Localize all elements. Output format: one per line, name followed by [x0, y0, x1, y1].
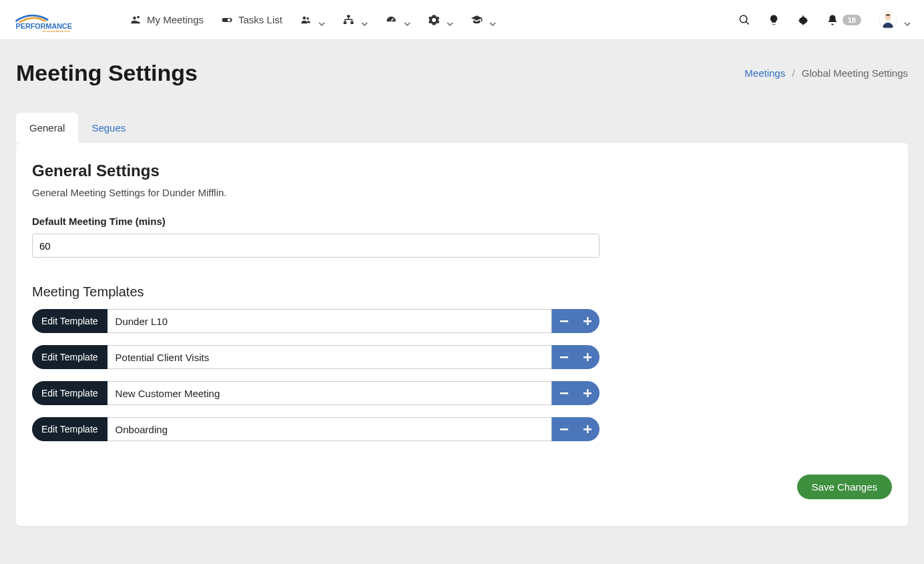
plus-icon [583, 316, 592, 326]
users-icon [300, 14, 312, 26]
remove-template-button[interactable] [551, 381, 575, 405]
people-meeting-icon [130, 14, 142, 26]
settings-card: General Settings General Meeting Setting… [16, 143, 908, 526]
user-menu[interactable] [879, 11, 911, 29]
chevron-down-icon [404, 17, 411, 23]
general-subheading: General Meeting Settings for Dunder Miff… [32, 187, 892, 198]
save-changes-button[interactable]: Save Changes [797, 475, 892, 499]
minus-icon [559, 388, 569, 398]
nav-structure-dropdown[interactable] [342, 14, 368, 26]
footer-actions: Save Changes [32, 475, 892, 499]
chevron-down-icon [489, 17, 496, 23]
template-row: Edit Template Dunder L10 [32, 309, 600, 333]
graduation-cap-icon [471, 14, 483, 26]
notification-count-badge: 18 [843, 15, 861, 25]
template-row: Edit Template Onboarding [32, 417, 600, 441]
avatar [879, 11, 897, 29]
template-row: Edit Template Potential Client Visits [32, 345, 600, 369]
topbar-right: 18 [738, 11, 911, 29]
gear-icon [428, 14, 440, 26]
notifications-button[interactable]: 18 [827, 14, 861, 26]
plus-icon [583, 388, 592, 398]
svg-point-3 [228, 18, 231, 21]
edit-template-button[interactable]: Edit Template [32, 381, 107, 405]
tab-segues[interactable]: Segues [78, 113, 139, 143]
template-name: Dunder L10 [107, 309, 551, 333]
tabs: General Segues [16, 113, 908, 143]
general-heading: General Settings [32, 162, 892, 180]
nav-tasks-list[interactable]: Tasks List [221, 14, 282, 26]
nav-tasks-list-label: Tasks List [238, 14, 282, 25]
breadcrumb-current: Global Meeting Settings [802, 67, 908, 79]
chevron-down-icon [361, 17, 368, 23]
nav-people-dropdown[interactable] [300, 14, 325, 26]
chevron-down-icon [318, 17, 325, 23]
add-template-button[interactable] [575, 345, 600, 369]
add-template-button[interactable] [575, 417, 600, 441]
bell-icon [827, 14, 839, 26]
edit-template-button[interactable]: Edit Template [32, 309, 107, 333]
search-icon[interactable] [738, 14, 750, 26]
puzzle-icon[interactable] [797, 14, 809, 26]
logo[interactable]: PERFORMANCE SCORING [13, 8, 109, 32]
svg-rect-6 [347, 15, 351, 17]
svg-rect-15 [587, 353, 589, 361]
svg-rect-7 [343, 21, 346, 24]
svg-point-5 [306, 17, 308, 19]
svg-rect-10 [560, 320, 568, 322]
default-time-input[interactable] [32, 234, 600, 258]
svg-point-4 [302, 16, 306, 19]
svg-text:SCORING: SCORING [42, 29, 70, 31]
primary-nav: My Meetings Tasks List [130, 14, 496, 26]
svg-rect-12 [587, 317, 589, 325]
remove-template-button[interactable] [551, 309, 575, 333]
edit-template-button[interactable]: Edit Template [32, 417, 107, 441]
nav-my-meetings-label: My Meetings [147, 14, 204, 25]
page-body: Meeting Settings Meetings / Global Meeti… [0, 40, 924, 546]
template-name: Onboarding [107, 417, 551, 441]
gauge-icon [385, 14, 397, 26]
settings-card-wrapper: General Segues General Settings General … [16, 113, 908, 526]
minus-icon [559, 425, 569, 434]
org-chart-icon [342, 14, 355, 26]
edit-template-button[interactable]: Edit Template [32, 345, 107, 369]
general-panel: General Settings General Meeting Setting… [16, 143, 908, 526]
svg-rect-16 [560, 392, 568, 394]
nav-dashboard-dropdown[interactable] [385, 14, 411, 26]
toggle-icon [221, 14, 233, 26]
plus-icon [583, 352, 592, 362]
templates-heading: Meeting Templates [32, 284, 892, 300]
chevron-down-icon [904, 17, 911, 23]
page-title: Meeting Settings [16, 60, 198, 86]
breadcrumb-separator: / [792, 67, 794, 79]
default-time-label: Default Meeting Time (mins) [32, 216, 892, 227]
minus-icon [559, 316, 569, 326]
add-template-button[interactable] [575, 381, 600, 405]
template-row: Edit Template New Customer Meeting [32, 381, 600, 405]
svg-rect-18 [587, 389, 589, 397]
svg-rect-13 [560, 356, 568, 358]
topbar: PERFORMANCE SCORING My Meetings Tasks Li… [0, 0, 924, 40]
page-header: Meeting Settings Meetings / Global Meeti… [16, 60, 908, 86]
add-template-button[interactable] [575, 309, 600, 333]
tab-general[interactable]: General [16, 113, 78, 143]
template-name: Potential Client Visits [107, 345, 551, 369]
svg-rect-21 [587, 425, 589, 433]
lightbulb-icon[interactable] [768, 14, 780, 26]
svg-rect-19 [560, 429, 568, 431]
nav-learning-dropdown[interactable] [471, 14, 496, 26]
remove-template-button[interactable] [551, 417, 575, 441]
remove-template-button[interactable] [551, 345, 575, 369]
svg-rect-8 [351, 21, 354, 24]
breadcrumb: Meetings / Global Meeting Settings [744, 67, 908, 79]
chevron-down-icon [447, 17, 453, 23]
plus-icon [583, 425, 592, 434]
nav-settings-dropdown[interactable] [428, 14, 453, 26]
breadcrumb-root-link[interactable]: Meetings [744, 67, 785, 79]
minus-icon [559, 352, 569, 362]
template-name: New Customer Meeting [107, 381, 551, 405]
nav-my-meetings[interactable]: My Meetings [130, 14, 204, 26]
